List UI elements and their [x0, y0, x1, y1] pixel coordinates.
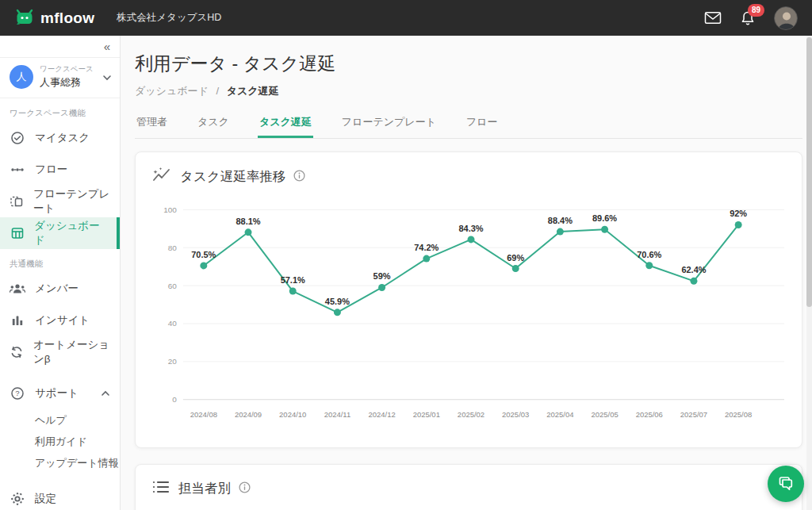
breadcrumb-separator: / [216, 85, 219, 97]
dashboard-table-icon [10, 226, 25, 240]
chat-bubbles-icon [776, 474, 795, 493]
svg-text:92%: 92% [730, 209, 747, 219]
page-title: 利用データ - タスク遅延 [135, 52, 802, 76]
table-card-title: 担当者別 [178, 480, 231, 497]
svg-text:60: 60 [168, 282, 178, 290]
svg-text:89.6%: 89.6% [592, 213, 617, 223]
svg-text:40: 40 [168, 319, 178, 328]
sidebar-subitem-update-info[interactable]: アップデート情報 [0, 452, 120, 474]
svg-text:100: 100 [163, 205, 177, 214]
sidebar-item-insights[interactable]: インサイト [0, 305, 120, 336]
tab-admin[interactable]: 管理者 [135, 110, 169, 138]
workspace-label: ワークスペース [40, 64, 102, 75]
notification-badge: 89 [748, 4, 764, 17]
svg-text:2025/03: 2025/03 [502, 410, 529, 419]
sidebar-item-label: サポート [35, 386, 79, 401]
svg-text:59%: 59% [373, 272, 391, 282]
topbar: mfloow 株式会社メタップスHD 89 [0, 0, 812, 36]
sidebar-item-label: マイタスク [35, 131, 90, 145]
mail-button[interactable] [704, 11, 722, 25]
cycle-refresh-icon [10, 345, 24, 359]
mfloow-logo-icon [14, 7, 35, 29]
section-common-functions: 共通機能 [0, 249, 120, 273]
svg-text:69%: 69% [507, 253, 524, 263]
sidebar-collapse-button[interactable]: « [104, 40, 110, 54]
scrollbar-thumb[interactable] [806, 37, 812, 307]
check-circle-icon [10, 131, 25, 145]
chevron-down-icon [102, 70, 112, 84]
chat-support-button[interactable] [768, 466, 804, 502]
svg-text:2025/01: 2025/01 [413, 410, 440, 419]
svg-text:2024/10: 2024/10 [279, 410, 306, 419]
company-name: 株式会社メタップスHD [117, 11, 221, 25]
scrollbar-track [806, 36, 812, 510]
notifications-button[interactable]: 89 [741, 10, 755, 26]
chevron-up-icon [101, 390, 110, 397]
sidebar-subitem-user-guide[interactable]: 利用ガイド [0, 431, 120, 452]
workspace-name: 人事総務 [40, 75, 102, 90]
svg-text:2025/07: 2025/07 [680, 410, 707, 419]
svg-text:70.6%: 70.6% [637, 250, 661, 259]
task-delay-rate-card: タスク遅延率推移 0204060801002024/082024/092024/… [135, 151, 802, 448]
trend-sparkle-icon [151, 167, 172, 187]
sidebar-item-label: オートメーションβ [33, 338, 110, 366]
sidebar-item-support[interactable]: ? サポート [0, 378, 120, 409]
gear-icon [10, 492, 25, 506]
svg-text:74.2%: 74.2% [414, 243, 439, 252]
sidebar-item-my-tasks[interactable]: マイタスク [0, 122, 120, 154]
sidebar-subitem-help[interactable]: ヘルプ [0, 409, 120, 431]
flow-nodes-icon [10, 163, 25, 177]
sidebar-item-label: フローテンプレート [33, 187, 110, 216]
svg-text:2025/04: 2025/04 [546, 410, 573, 419]
svg-text:2025/05: 2025/05 [591, 410, 618, 419]
svg-text:88.4%: 88.4% [548, 216, 573, 225]
svg-text:2024/11: 2024/11 [324, 410, 351, 419]
info-icon[interactable] [293, 170, 305, 185]
avatar-photo [775, 7, 798, 30]
svg-text:80: 80 [168, 243, 178, 252]
chart-card-title: タスク遅延率推移 [180, 168, 285, 186]
sidebar-item-dashboard[interactable]: ダッシュボード [0, 217, 120, 249]
tab-tasks[interactable]: タスク [196, 110, 231, 138]
sidebar-item-settings[interactable]: 設定 [0, 483, 120, 510]
sidebar-item-members[interactable]: メンバー [0, 273, 120, 305]
sidebar: « 人 ワークスペース 人事総務 ワークスペース機能 マイタスク フロー [0, 36, 121, 510]
members-icon [10, 282, 25, 295]
svg-text:2024/09: 2024/09 [235, 410, 262, 419]
template-icon [10, 194, 24, 209]
question-circle-icon: ? [10, 386, 25, 401]
svg-text:?: ? [15, 389, 19, 397]
svg-text:2024/08: 2024/08 [190, 410, 217, 419]
workspace-selector[interactable]: 人 ワークスペース 人事総務 [0, 58, 120, 98]
sidebar-item-flows[interactable]: フロー [0, 154, 120, 186]
by-assignee-card: 担当者別 名前 総タスク数 遅延数 遅延率 [135, 464, 802, 510]
mail-icon [704, 11, 722, 25]
svg-text:2024/12: 2024/12 [368, 410, 395, 419]
info-icon[interactable] [239, 481, 251, 497]
logo-text: mfloow [40, 10, 94, 27]
tab-flows[interactable]: フロー [465, 110, 500, 138]
sidebar-item-label: インサイト [35, 313, 90, 328]
sidebar-item-label: メンバー [35, 282, 79, 296]
sidebar-item-automation[interactable]: オートメーションβ [0, 336, 120, 368]
tab-flow-templates[interactable]: フローテンプレート [340, 110, 438, 138]
tab-task-delay[interactable]: タスク遅延 [258, 110, 313, 138]
svg-text:2025/06: 2025/06 [636, 410, 663, 419]
svg-text:0: 0 [172, 395, 177, 404]
sidebar-item-label: フロー [35, 163, 67, 177]
app-logo[interactable]: mfloow [14, 7, 94, 29]
sidebar-item-label: 設定 [35, 492, 56, 506]
svg-text:2025/08: 2025/08 [725, 410, 752, 419]
svg-text:70.5%: 70.5% [191, 250, 216, 259]
breadcrumb-dashboard[interactable]: ダッシュボード [135, 85, 209, 97]
breadcrumb-current: タスク遅延 [227, 85, 279, 97]
tab-bar: 管理者 タスク タスク遅延 フローテンプレート フロー [135, 110, 802, 139]
svg-text:62.4%: 62.4% [681, 265, 706, 274]
sidebar-item-flow-templates[interactable]: フローテンプレート [0, 186, 120, 217]
svg-text:88.1%: 88.1% [236, 217, 260, 226]
svg-text:57.1%: 57.1% [281, 275, 305, 285]
user-avatar[interactable] [774, 6, 798, 30]
bar-chart-icon [10, 314, 25, 327]
svg-text:45.9%: 45.9% [325, 297, 350, 306]
delay-rate-chart: 0204060801002024/082024/092024/102024/11… [151, 198, 786, 427]
